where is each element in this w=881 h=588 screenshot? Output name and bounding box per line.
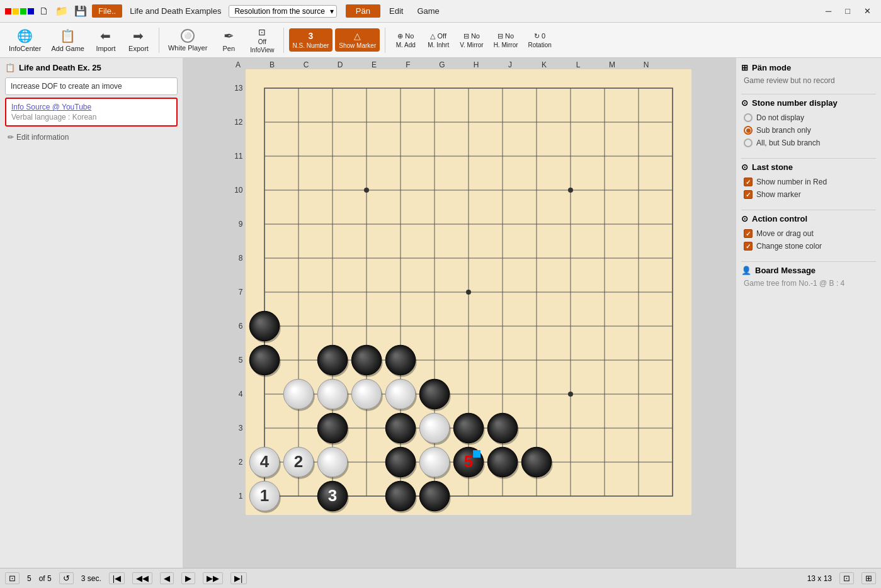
ns-number-button[interactable]: 3 N.S. Number xyxy=(289,28,333,52)
infoview-icon: ⊡ xyxy=(258,27,266,37)
loop-button[interactable]: ↺ xyxy=(59,572,74,584)
m-add-button[interactable]: ⊕ No M. Add xyxy=(390,30,421,51)
edit-icon: ✏ xyxy=(8,133,14,142)
next-multi-button[interactable]: ▶▶ xyxy=(203,572,223,584)
export-button[interactable]: ➡ Export xyxy=(123,26,154,55)
row-label: 10 xyxy=(228,173,246,207)
card-info-link[interactable]: Info Source @ YouTube xyxy=(11,103,171,111)
toolbar: 🌐 InfoCenter 📋 Add Game ⬅ Import ➡ Expor… xyxy=(0,23,881,58)
radio-sub-branch-label: Sub branch only xyxy=(756,126,811,135)
document-name: Life and Death Examples xyxy=(130,6,221,16)
app-logo xyxy=(5,8,34,14)
show-marker-button[interactable]: △ Show Marker xyxy=(335,28,380,52)
fit-to-window-button[interactable]: ⊡ xyxy=(5,572,20,584)
check-move-drag[interactable]: ✓ Move or drag out xyxy=(741,227,876,240)
logo-blue xyxy=(28,8,34,14)
zoom-button[interactable]: ⊞ xyxy=(861,572,876,584)
card-info-source[interactable]: Info Source @ YouTube Verbal language : … xyxy=(5,98,178,127)
edit-menu[interactable]: Edit xyxy=(389,6,403,16)
action-control-title: ⊙ Action control xyxy=(741,214,876,223)
col-label: C xyxy=(289,60,323,69)
open-icon[interactable]: 📁 xyxy=(55,5,68,17)
maximize-button[interactable]: □ xyxy=(840,5,855,17)
full-screen-button[interactable]: ⊡ xyxy=(839,572,854,584)
close-button[interactable]: ✕ xyxy=(859,5,876,17)
row-label: 5 xyxy=(228,343,246,377)
ns-number-label: N.S. Number xyxy=(293,42,329,49)
action-control-title-text: Action control xyxy=(752,214,807,223)
new-icon[interactable]: 🗋 xyxy=(39,6,49,17)
board-message-icon: 👤 xyxy=(741,266,751,275)
edit-info-button[interactable]: ✏ Edit information xyxy=(5,132,178,143)
check-show-marker-btn[interactable]: ✓ xyxy=(744,190,753,199)
col-labels: ABCDEFGHJKLMN xyxy=(183,60,736,69)
prev-multi-button[interactable]: ◀◀ xyxy=(132,572,152,584)
radio-all-but-sub-btn[interactable] xyxy=(744,139,753,147)
m-inhrt-icon: △ Off xyxy=(430,32,446,40)
board-with-labels: 13121110987654321 xyxy=(183,69,736,568)
col-labels-row: ABCDEFGHJKLMN xyxy=(221,60,663,69)
infocenter-button[interactable]: 🌐 InfoCenter xyxy=(5,26,45,55)
minimize-button[interactable]: ─ xyxy=(821,5,836,17)
board-message-text: Game tree from No.-1 @ B : 4 xyxy=(741,279,876,288)
pen-button[interactable]: ✒ Pen xyxy=(213,26,244,55)
logo-green xyxy=(20,8,26,14)
white-player-button[interactable]: ⚪ White Player xyxy=(164,26,211,54)
check-show-marker-label: Show marker xyxy=(756,190,801,199)
toolbar-sep-1 xyxy=(159,28,159,53)
edit-info-label: Edit information xyxy=(16,133,69,142)
radio-sub-branch-btn[interactable] xyxy=(744,126,753,135)
last-stone-title-text: Last stone xyxy=(752,162,793,172)
rotation-label: Rotation xyxy=(528,42,552,48)
prev-button[interactable]: ◀ xyxy=(160,572,174,584)
infoview-button[interactable]: ⊡ Off InfoView xyxy=(246,25,278,56)
h-mirror-button[interactable]: ⊟ No H. Mirror xyxy=(490,30,522,51)
right-panel: ⊞ Pän mode Game review but no record ⊙ S… xyxy=(736,58,881,568)
first-move-button[interactable]: |◀ xyxy=(109,572,125,584)
row-label: 11 xyxy=(228,139,246,173)
add-game-button[interactable]: 📋 Add Game xyxy=(47,26,88,55)
m-inhrt-label: M. Inhrt xyxy=(428,42,449,48)
h-mirror-icon: ⊟ No xyxy=(497,32,514,40)
pan-mode-section: ⊞ Pän mode Game review but no record xyxy=(741,63,876,85)
check-change-stone-btn[interactable]: ✓ xyxy=(744,242,753,251)
radio-do-not-display[interactable]: Do not display xyxy=(741,111,876,124)
check-show-marker[interactable]: ✓ Show marker xyxy=(741,188,876,201)
export-icon: ➡ xyxy=(133,28,144,43)
card-increase-dof[interactable]: Increase DOF to create an imove xyxy=(5,77,178,95)
infoview-label: InfoView xyxy=(250,47,274,54)
board-frame: 13121110987654321 xyxy=(228,69,691,515)
resolution-dropdown[interactable]: Resolution from the source xyxy=(229,5,336,18)
radio-all-but-sub[interactable]: All, but Sub branch xyxy=(741,137,876,149)
m-add-label: M. Add xyxy=(396,42,416,48)
radio-sub-branch-only[interactable]: Sub branch only xyxy=(741,124,876,137)
action-control-icon: ⊙ xyxy=(741,214,748,223)
check-move-drag-btn[interactable]: ✓ xyxy=(744,229,753,238)
last-move-button[interactable]: ▶| xyxy=(230,572,246,584)
check-show-number-red-btn[interactable]: ✓ xyxy=(744,178,753,186)
m-inhrt-button[interactable]: △ Off M. Inhrt xyxy=(423,30,453,51)
next-button[interactable]: ▶ xyxy=(181,572,195,584)
file-button[interactable]: File.. xyxy=(92,4,122,18)
rotation-icon: ↻ 0 xyxy=(534,32,545,40)
save-icon[interactable]: 💾 xyxy=(74,5,87,17)
go-board[interactable] xyxy=(246,69,691,515)
game-menu[interactable]: Game xyxy=(417,6,439,16)
check-show-number-red[interactable]: ✓ Show number in Red xyxy=(741,176,876,188)
check-change-stone[interactable]: ✓ Change stone color xyxy=(741,240,876,252)
divider-4 xyxy=(741,261,876,262)
col-label: H xyxy=(459,60,493,69)
last-stone-icon: ⊙ xyxy=(741,162,748,172)
pan-button[interactable]: Pän xyxy=(346,4,380,18)
radio-do-not-display-btn[interactable] xyxy=(744,113,753,122)
v-mirror-icon: ⊟ No xyxy=(463,32,480,40)
v-mirror-label: V. Mirror xyxy=(460,42,483,48)
rotation-button[interactable]: ↻ 0 Rotation xyxy=(525,30,555,51)
import-button[interactable]: ⬅ Import xyxy=(91,26,121,55)
of-pages: of 5 xyxy=(39,574,52,583)
row-label: 13 xyxy=(228,71,246,105)
row-label: 1 xyxy=(228,479,246,513)
white-player-icon: ⚪ xyxy=(181,29,195,43)
v-mirror-button[interactable]: ⊟ No V. Mirror xyxy=(456,30,487,51)
check-show-number-red-label: Show number in Red xyxy=(756,178,827,186)
